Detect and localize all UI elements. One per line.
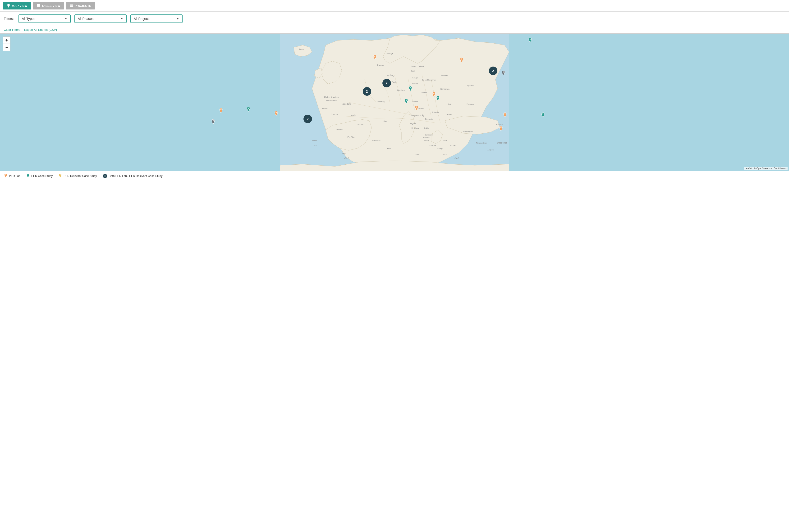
projects-button[interactable]: PROJECTS [66,2,95,10]
svg-text:Asgabat: Asgabat [488,149,494,151]
svg-point-73 [437,97,439,98]
legend-both-label: Both PED Lab / PED Relevant Case Study [109,174,163,178]
svg-text:Zagreb: Zagreb [410,122,416,125]
svg-point-75 [504,113,506,114]
svg-point-76 [542,113,544,114]
cluster-marker[interactable]: 2 [382,79,391,88]
map-pin-marker[interactable] [528,38,532,44]
svg-text:France: France [357,124,363,126]
svg-text:Srbija: Srbija [424,127,429,129]
svg-point-66 [530,38,531,40]
map-pin-marker[interactable] [503,113,507,119]
svg-text:Москва: Москва [441,74,448,76]
svg-text:Danmarl: Danmarl [377,64,384,66]
svg-text:Czesko: Czesko [412,101,418,103]
svg-text:United Kingdom: United Kingdom [324,96,339,98]
svg-text:Italia: Italia [416,153,420,155]
svg-text:Chișinău: Chișinău [432,111,439,113]
all-types-filter[interactable]: All Types ▼ [18,15,71,23]
map-pin-marker[interactable] [541,113,545,119]
map-pin-marker[interactable] [415,106,419,112]
svg-text:Türkmenistan: Türkmenistan [476,142,487,144]
svg-text:Sverige: Sverige [386,52,393,55]
svg-point-74 [416,106,417,108]
svg-point-79 [275,112,277,113]
svg-text:Latvija: Latvija [412,77,418,79]
export-csv-link[interactable]: Export All Entries (CSV) [24,28,57,32]
svg-point-67 [374,56,375,57]
svg-text:Özbekistan: Özbekistan [497,141,508,144]
svg-text:Ireland: Ireland [322,108,327,110]
legend: PED Lab PED Case Study PED Relevant Case… [0,171,789,181]
svg-point-77 [220,109,221,110]
zoom-in-button[interactable]: + [3,37,10,44]
cluster-marker[interactable]: 2 [363,87,371,96]
svg-point-70 [410,87,411,88]
pin-icon-orange [4,174,7,178]
svg-point-69 [503,71,504,73]
all-phases-filter[interactable]: All Phases ▼ [74,15,127,23]
svg-rect-6 [70,6,73,7]
table-view-button[interactable]: TABLE VIEW [33,2,64,10]
action-links: Clear Filters Export All Entries (CSV) [0,26,789,34]
clear-filters-link[interactable]: Clear Filters [4,28,20,32]
map-pin-marker[interactable] [219,108,223,115]
map-pin-marker[interactable] [436,96,440,102]
svg-text:Island: Island [299,48,304,50]
svg-text:Paris: Paris [351,114,355,116]
map-pin-marker[interactable] [501,71,506,77]
svg-text:Bucurști: Bucurști [423,136,430,138]
svg-point-82 [5,174,6,175]
zoom-controls: + − [3,37,11,51]
svg-text:Ίzmir: Ίzmir [443,139,447,141]
svg-text:العراق: العراق [454,157,459,159]
svg-text:Rabat: Rabat [312,139,317,141]
map-pin-marker[interactable] [499,126,503,133]
legend-ped-lab-label: PED Lab [9,174,20,178]
svg-point-80 [213,120,214,121]
map-view-button[interactable]: MAP VIEW [3,2,31,10]
svg-rect-1 [37,4,40,5]
svg-point-81 [500,127,502,128]
svg-text:Roo: Roo [314,144,317,146]
cluster-marker[interactable]: 2 [489,66,497,75]
svg-text:Italia: Italia [387,148,391,150]
svg-point-72 [406,99,407,101]
map-view-label: MAP VIEW [12,4,27,7]
svg-point-78 [248,108,249,109]
map-pin-marker[interactable] [274,111,278,117]
all-projects-filter[interactable]: All Projects ▼ [130,15,183,23]
chevron-down-icon: ▼ [121,17,123,20]
map-container[interactable]: Sverige Danmarl Hamburg Berlin Deutsch. … [0,34,789,171]
svg-text:سوريا: سوريا [443,153,447,155]
map-pin-marker[interactable] [211,119,215,126]
svg-text:Deutsch.: Deutsch. [397,89,405,91]
svg-text:Türkiye: Türkiye [450,144,456,146]
map-pin-marker[interactable] [432,92,436,98]
svg-point-84 [60,174,61,175]
svg-text:Azärbaycan: Azärbaycan [463,131,473,133]
svg-rect-3 [37,6,40,7]
filters-row: Filters: All Types ▼ All Phases ▼ All Pr… [0,12,789,26]
map-pin-marker[interactable] [408,86,412,93]
svg-text:Skopje: Skopje [424,139,429,141]
map-pin-marker[interactable] [246,107,251,113]
map-pin-marker[interactable] [459,58,464,64]
svg-text:Great Britain: Great Britain [327,99,337,101]
cluster-icon-dark [103,174,107,178]
svg-text:Espāña: Espāña [348,136,355,138]
legend-item-ped-case-study: PED Case Study [26,174,53,178]
map-pin-marker[interactable] [404,99,408,105]
map-pin-marker[interactable] [373,55,377,61]
svg-text:Nederland: Nederland [342,103,351,105]
svg-text:Eesti: Eesti [411,70,415,72]
svg-point-71 [434,93,435,94]
zoom-out-button[interactable]: − [3,44,10,51]
svg-point-83 [27,174,29,175]
chevron-down-icon: ▼ [177,17,179,20]
svg-text:Oslo: Oslo [383,120,387,122]
cluster-marker[interactable]: 2 [304,115,312,123]
svg-text:الجزائر: الجزائر [344,157,349,159]
svg-text:Lietuva: Lietuva [412,82,419,84]
svg-text:Санкт-Петербург: Санкт-Петербург [422,79,436,81]
